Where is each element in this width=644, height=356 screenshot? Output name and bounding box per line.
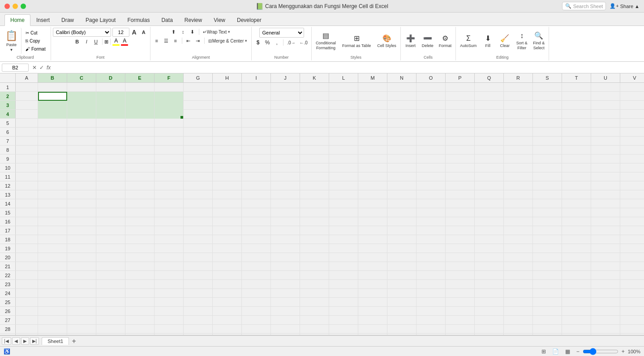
cell-f16[interactable] — [155, 217, 184, 226]
page-layout-view-button[interactable]: 📄 — [551, 348, 560, 355]
cell-n14[interactable] — [387, 199, 416, 208]
cell-u2[interactable] — [591, 92, 620, 101]
cell-m8[interactable] — [358, 146, 387, 154]
cell-b6[interactable] — [38, 128, 67, 137]
page-break-view-button[interactable]: ▦ — [564, 348, 571, 355]
cell-k3[interactable] — [300, 101, 329, 110]
cell-r20[interactable] — [504, 253, 533, 262]
cell-v5[interactable] — [620, 119, 644, 128]
cell-g9[interactable] — [184, 154, 213, 163]
cell-m2[interactable] — [358, 92, 387, 101]
cell-i8[interactable] — [242, 146, 271, 154]
cell-h9[interactable] — [213, 154, 242, 163]
cell-u12[interactable] — [591, 181, 620, 190]
copy-button[interactable]: ⎘ Copy — [24, 38, 47, 44]
cell-n12[interactable] — [387, 181, 416, 190]
cell-a10[interactable] — [16, 163, 38, 172]
comma-button[interactable]: , — [272, 39, 281, 47]
cell-h26[interactable] — [213, 307, 242, 316]
cell-t26[interactable] — [562, 307, 591, 316]
cell-j22[interactable] — [271, 271, 300, 280]
cell-a6[interactable] — [16, 128, 38, 137]
cell-j9[interactable] — [271, 154, 300, 163]
row-num-4[interactable]: 4 — [0, 110, 16, 118]
cell-b26[interactable] — [38, 307, 67, 316]
cell-c26[interactable] — [67, 307, 96, 316]
tab-view[interactable]: View — [208, 14, 231, 26]
cell-i18[interactable] — [242, 235, 271, 244]
row-num-9[interactable]: 9 — [0, 154, 16, 163]
cell-n18[interactable] — [387, 235, 416, 244]
cell-q17[interactable] — [475, 226, 504, 235]
cell-s4[interactable] — [533, 110, 562, 119]
cell-k28[interactable] — [300, 325, 329, 334]
cell-n16[interactable] — [387, 217, 416, 226]
row-num-7[interactable]: 7 — [0, 137, 16, 145]
cell-k11[interactable] — [300, 172, 329, 181]
cell-t28[interactable] — [562, 325, 591, 334]
cell-b19[interactable] — [38, 244, 67, 253]
cell-u23[interactable] — [591, 280, 620, 289]
cell-u14[interactable] — [591, 199, 620, 208]
cell-a20[interactable] — [16, 253, 38, 262]
cell-a23[interactable] — [16, 280, 38, 289]
row-num-15[interactable]: 15 — [0, 208, 16, 217]
cell-p8[interactable] — [446, 146, 475, 154]
cell-n23[interactable] — [387, 280, 416, 289]
cell-f10[interactable] — [155, 163, 184, 172]
tab-page-layout[interactable]: Page Layout — [80, 14, 121, 26]
cell-d11[interactable] — [96, 172, 125, 181]
delete-cells-button[interactable]: ➖ Delete — [420, 33, 436, 49]
cell-l14[interactable] — [329, 199, 358, 208]
font-family-select[interactable]: Calibri (Body) — [53, 28, 111, 37]
cell-b13[interactable] — [38, 190, 67, 199]
cell-c4[interactable] — [67, 110, 96, 119]
cell-f15[interactable] — [155, 208, 184, 217]
cell-j3[interactable] — [271, 101, 300, 110]
cell-e24[interactable] — [125, 289, 155, 298]
cell-b20[interactable] — [38, 253, 67, 262]
cell-q8[interactable] — [475, 146, 504, 154]
cell-q24[interactable] — [475, 289, 504, 298]
cell-k13[interactable] — [300, 190, 329, 199]
cell-g22[interactable] — [184, 271, 213, 280]
col-header-l[interactable]: L — [329, 73, 358, 82]
cell-k20[interactable] — [300, 253, 329, 262]
cell-l9[interactable] — [329, 154, 358, 163]
cell-t16[interactable] — [562, 217, 591, 226]
align-top-button[interactable]: ⬆ — [169, 28, 178, 36]
cell-d13[interactable] — [96, 190, 125, 199]
cell-c9[interactable] — [67, 154, 96, 163]
row-num-23[interactable]: 23 — [0, 280, 16, 288]
first-sheet-arrow[interactable]: |◀ — [2, 337, 11, 345]
cell-h7[interactable] — [213, 137, 242, 146]
merge-center-button[interactable]: ⊟ Merge & Center ▼ — [206, 38, 250, 44]
cell-v6[interactable] — [620, 128, 644, 137]
cell-p16[interactable] — [446, 217, 475, 226]
cell-e12[interactable] — [125, 181, 155, 190]
cell-v27[interactable] — [620, 316, 644, 325]
cell-d1[interactable] — [96, 83, 125, 92]
cell-s8[interactable] — [533, 146, 562, 154]
cell-q13[interactable] — [475, 190, 504, 199]
percent-button[interactable]: % — [263, 39, 272, 47]
cell-v20[interactable] — [620, 253, 644, 262]
tab-draw[interactable]: Draw — [56, 14, 80, 26]
cell-j21[interactable] — [271, 262, 300, 271]
cell-n11[interactable] — [387, 172, 416, 181]
cell-a14[interactable] — [16, 199, 38, 208]
cell-l16[interactable] — [329, 217, 358, 226]
row-num-12[interactable]: 12 — [0, 181, 16, 190]
cell-n20[interactable] — [387, 253, 416, 262]
cell-a24[interactable] — [16, 289, 38, 298]
cell-b27[interactable] — [38, 316, 67, 325]
cell-o14[interactable] — [416, 199, 446, 208]
cell-o6[interactable] — [416, 128, 446, 137]
cell-r28[interactable] — [504, 325, 533, 334]
cell-v1[interactable] — [620, 83, 644, 92]
cell-v11[interactable] — [620, 172, 644, 181]
row-num-19[interactable]: 19 — [0, 244, 16, 253]
cell-t8[interactable] — [562, 146, 591, 154]
cell-s11[interactable] — [533, 172, 562, 181]
cell-a16[interactable] — [16, 217, 38, 226]
